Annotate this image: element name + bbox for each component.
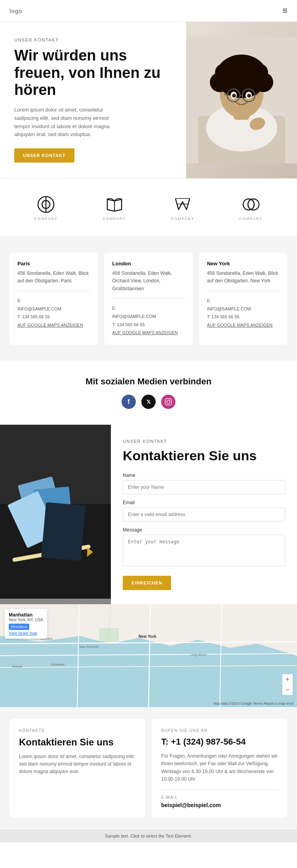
location-city-london: London	[112, 261, 185, 267]
map-zoom-controls: + −	[282, 674, 293, 695]
locations-grid: Paris 456 Sondanella, Eden Walk, Blick a…	[10, 253, 287, 345]
partner-logo-1: COMPANY	[34, 195, 58, 221]
call-card-label: RUFEN SIE UNS AN	[161, 728, 278, 733]
location-contact-newyork: E: INFO@SAMPLE.COM T: 134 565 66 55 AUF …	[207, 297, 280, 330]
map-view-larger-link[interactable]: View larger map	[9, 631, 43, 635]
svg-text:New Rochelle: New Rochelle	[79, 645, 99, 649]
submit-button[interactable]: EINREICHEN	[123, 576, 171, 590]
partner-logo-3: COMPANY	[171, 195, 194, 221]
location-address-newyork: 456 Sondanella, Eden Walk, Blick auf den…	[207, 270, 280, 285]
location-contact-paris: E: INFO@SAMPLE.COM T: 134 565 66 55 AUF …	[17, 297, 90, 330]
hero-description: Lorem ipsum dolor sit amet, consetetur s…	[14, 106, 117, 139]
call-card-email: beispiel@beispiel.com	[161, 802, 278, 808]
hero-image	[186, 22, 297, 178]
bottom-cards-section: KONTAKTE Kontaktieren Sie uns Lorem ipsu…	[0, 707, 297, 830]
social-title: Mit sozialen Medien verbinden	[10, 376, 287, 387]
svg-point-35	[167, 400, 170, 403]
location-maps-link-london[interactable]: AUF GOOGLE MAPS ANZEIGEN	[112, 330, 178, 335]
map-zoom-out-button[interactable]: −	[282, 685, 293, 695]
map-directions-button[interactable]: Directions	[9, 624, 29, 630]
contact-form-label: UNSER KONTAKT	[123, 439, 285, 444]
location-maps-link-paris[interactable]: AUF GOOGLE MAPS ANZEIGEN	[17, 323, 83, 327]
svg-point-22	[247, 94, 251, 98]
call-card-phone: T: +1 (324) 987-56-54	[161, 737, 278, 747]
contacts-card-title: Kontaktieren Sie uns	[19, 737, 136, 748]
svg-rect-44	[41, 502, 86, 561]
hero-person-illustration	[186, 37, 297, 163]
svg-text:Elizabeth: Elizabeth	[51, 663, 65, 666]
contact-form-title: Kontaktieren Sie uns	[123, 448, 285, 464]
partner-logo-2: COMPANY	[103, 195, 126, 221]
call-card-description: Für Fragen, Anmerkungen oder Anregungen …	[161, 753, 278, 783]
contact-image	[0, 425, 111, 604]
location-address-london: 456 Sondanella, Eden Walk, Orchard View,…	[112, 270, 185, 293]
social-section: Mit sozialen Medien verbinden f 𝕏	[0, 361, 297, 425]
location-card-newyork: New York 456 Sondanella, Eden Walk, Blic…	[199, 253, 287, 345]
location-card-london: London 456 Sondanella, Eden Walk, Orchar…	[104, 253, 192, 345]
svg-point-13	[234, 56, 249, 72]
map-section: Yonkers New Rochelle New York Long Beach…	[0, 604, 297, 707]
twitter-x-icon[interactable]: 𝕏	[141, 395, 156, 409]
bottom-card-contacts: KONTAKTE Kontaktieren Sie uns Lorem ipsu…	[10, 719, 145, 818]
hero-label: UNSER KONTAKT	[14, 38, 174, 42]
facebook-icon[interactable]: f	[122, 395, 136, 409]
svg-point-21	[232, 94, 236, 98]
map-overlay: Manhattan New York, NY, USA Directions V…	[5, 609, 47, 639]
contact-form-section: UNSER KONTAKT Kontaktieren Sie uns Name …	[0, 425, 297, 604]
logo: logo	[10, 8, 22, 14]
social-icons: f 𝕏	[10, 395, 287, 409]
map-title: Manhattan	[9, 612, 43, 618]
svg-text:Long Beach: Long Beach	[190, 653, 207, 656]
contact-form-area: UNSER KONTAKT Kontaktieren Sie uns Name …	[111, 425, 297, 604]
map-zoom-in-button[interactable]: +	[282, 674, 293, 685]
svg-text:Newark: Newark	[12, 665, 23, 668]
email-input[interactable]	[123, 507, 285, 522]
location-card-paris: Paris 456 Sondanella, Eden Walk, Blick a…	[10, 253, 98, 345]
hero-title: Wir würden uns freuen, von Ihnen zu höre…	[14, 47, 174, 99]
partners-section: COMPANY COMPANY COMPANY	[0, 178, 297, 237]
bottom-card-call: RUFEN SIE UNS AN T: +1 (324) 987-56-54 F…	[152, 719, 287, 818]
partner-logo-4: COMPANY	[239, 195, 263, 221]
location-address-paris: 456 Sondanella, Eden Walk, Blick auf den…	[17, 270, 90, 285]
location-city-newyork: New York	[207, 261, 280, 267]
locations-section: Paris 456 Sondanella, Eden Walk, Blick a…	[0, 237, 297, 361]
map-background: Yonkers New Rochelle New York Long Beach…	[0, 604, 297, 707]
call-card-email-label: E-MAIL	[161, 789, 278, 800]
map-subtitle: New York, NY, USA	[9, 618, 43, 622]
contact-image-illustration	[0, 425, 111, 599]
contacts-card-label: KONTAKTE	[19, 728, 136, 733]
map-copyright: Map data ©2024 Google Terms Report a map…	[213, 702, 294, 705]
location-maps-link-newyork[interactable]: AUF GOOGLE MAPS ANZEIGEN	[207, 323, 273, 327]
svg-rect-34	[165, 399, 171, 405]
message-textarea[interactable]	[123, 535, 285, 566]
sample-bar[interactable]: Sample text. Click to select the Text El…	[0, 830, 297, 842]
hero-content: UNSER KONTAKT Wir würden uns freuen, von…	[0, 22, 186, 178]
form-group-name: Name	[123, 473, 285, 494]
instagram-icon[interactable]	[161, 395, 175, 409]
form-group-message: Message	[123, 527, 285, 568]
hero-button[interactable]: UNSER KONTAKT	[14, 148, 74, 163]
location-city-paris: Paris	[17, 261, 90, 267]
name-field-label: Name	[123, 473, 285, 478]
svg-point-36	[170, 400, 171, 401]
form-group-email: Email	[123, 500, 285, 522]
message-field-label: Message	[123, 527, 285, 533]
name-input[interactable]	[123, 480, 285, 494]
email-field-label: Email	[123, 500, 285, 505]
svg-text:New York: New York	[139, 634, 156, 639]
hero-section: UNSER KONTAKT Wir würden uns freuen, von…	[0, 22, 297, 178]
header: logo ≡	[0, 0, 297, 22]
location-contact-london: E: INFO@SAMPLE.COM T: 134 565 66 55 AUF …	[112, 304, 185, 337]
contacts-card-description: Lorem ipsum dolor sit amet, consetetur s…	[19, 753, 136, 776]
menu-icon[interactable]: ≡	[282, 6, 287, 16]
